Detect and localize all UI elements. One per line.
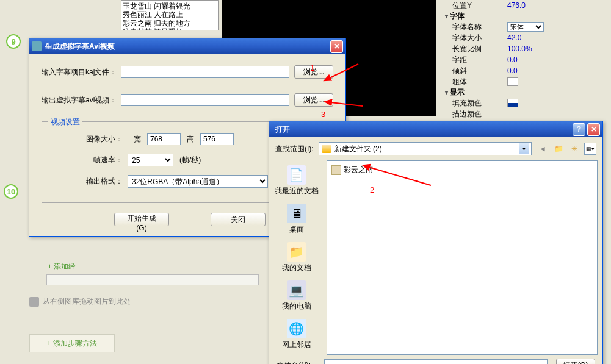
fps-select[interactable]: 25 <box>128 154 173 166</box>
fill-color[interactable] <box>507 99 518 107</box>
lookin-value: 新建文件夹 (2) <box>334 144 382 154</box>
ratio-val[interactable]: 100.0% <box>507 45 587 53</box>
up-folder-icon[interactable]: 📁 <box>552 143 565 155</box>
place-mydocs[interactable]: 📁我的文档 <box>269 241 324 274</box>
place-mycomputer[interactable]: 💻我的电脑 <box>269 279 324 313</box>
property-panel: 位置Y476.0 字体 字体名称宋体 字体大小42.0 长宽比例100.0% 字… <box>440 0 587 120</box>
output-file-field[interactable] <box>121 94 289 106</box>
display-header[interactable]: 显示 <box>440 87 587 98</box>
fps-label: 帧速率： <box>84 155 128 165</box>
posY-val[interactable]: 476.0 <box>507 1 587 10</box>
fill-label: 填充颜色 <box>452 98 507 109</box>
lookin-label: 查找范围(I): <box>275 144 314 154</box>
open-button[interactable]: 打开(O) <box>556 359 595 364</box>
tilt-label: 倾斜 <box>452 66 507 76</box>
imgsize-label: 图像大小： <box>84 134 128 145</box>
views-icon[interactable]: ▦▾ <box>584 143 596 155</box>
dlg1-title: 生成虚拟字幕Avi视频 <box>45 41 330 52</box>
tilt-val[interactable]: 0.0 <box>507 66 587 75</box>
posY-label: 位置Y <box>452 1 507 11</box>
back-icon[interactable]: ◄ <box>537 143 549 155</box>
step-10-badge: 10 <box>4 184 18 199</box>
add-step-button[interactable]: + 添加步骤方法 <box>29 334 115 352</box>
input-file-label: 输入字幕项目kaj文件： <box>42 67 121 77</box>
open-file-dialog: 打开 ? ✕ 查找范围(I): 新建文件夹 (2) ▼ ◄ 📁 ✳ ▦▾ 📄我最… <box>269 121 603 364</box>
help-icon[interactable]: ? <box>573 123 585 136</box>
places-bar: 📄我最近的文档 🖥桌面 📁我的文档 💻我的电脑 🌐网上邻居 <box>269 160 324 355</box>
video-settings-legend: 视频设置 <box>48 117 82 127</box>
height-label: 高 <box>181 134 200 145</box>
close-icon[interactable]: ✕ <box>330 40 343 53</box>
filename-label: 文件名(N): <box>277 360 324 365</box>
place-network[interactable]: 🌐网上邻居 <box>269 318 324 351</box>
spacing-val[interactable]: 0.0 <box>507 55 587 64</box>
font-header[interactable]: 字体 <box>440 11 587 21</box>
bold-checkbox[interactable] <box>507 77 518 86</box>
input-file-field[interactable] <box>121 66 289 78</box>
spacing-label: 字距 <box>452 55 507 65</box>
lookin-dropdown[interactable]: 新建文件夹 (2) ▼ <box>319 142 532 155</box>
close-button[interactable]: 关闭 <box>211 213 266 226</box>
place-recent[interactable]: 📄我最近的文档 <box>269 164 324 198</box>
generate-button[interactable]: 开始生成 (G) <box>114 213 169 226</box>
annot-1: 1 <box>310 63 314 73</box>
file-item[interactable]: 彩云之南 <box>330 163 595 176</box>
file-name: 彩云之南 <box>344 165 373 175</box>
step-9-badge: 9 <box>6 34 21 49</box>
height-input[interactable] <box>200 133 234 145</box>
width-label: 宽 <box>128 134 147 145</box>
lyric-line: 秀色丽江 人在路上 <box>123 10 217 19</box>
new-folder-icon[interactable]: ✳ <box>568 143 580 155</box>
file-list[interactable]: 彩云之南 2 <box>327 160 598 355</box>
browse-output-button[interactable]: 浏览... <box>294 93 333 107</box>
filename-input[interactable] <box>324 359 548 365</box>
app-icon <box>32 41 42 51</box>
dlg1-titlebar[interactable]: 生成虚拟字幕Avi视频 ✕ <box>29 38 345 54</box>
lyric-line: 玉龙雪山 闪耀着银光 <box>123 2 217 10</box>
fontsize-label: 字体大小 <box>452 33 507 43</box>
fps-unit: (帧/秒) <box>173 155 207 165</box>
width-input[interactable] <box>147 133 181 145</box>
annot-2: 2 <box>370 185 374 194</box>
format-label: 输出格式： <box>84 176 128 187</box>
misc-text[interactable]: + 添加经 <box>43 260 81 273</box>
place-desktop[interactable]: 🖥桌面 <box>269 202 324 236</box>
timeline-fragment: + 添加经 <box>43 260 262 285</box>
file-icon <box>331 165 341 175</box>
chevron-down-icon[interactable]: ▼ <box>519 143 529 154</box>
format-select[interactable]: 32位RGBA（带Alpha通道） <box>128 175 268 188</box>
folder-icon <box>322 145 331 153</box>
drag-hint: 从右侧图库拖动图片到此处 <box>29 296 131 307</box>
image-icon <box>29 297 39 307</box>
ratio-label: 长宽比例 <box>452 44 507 54</box>
dlg2-titlebar[interactable]: 打开 ? ✕ <box>269 121 602 137</box>
lyric-list: 玉龙雪山 闪耀着银光 秀色丽江 人在路上 彩云之南 归去的地方 往事芬芳 随风飘… <box>121 0 219 30</box>
fontname-label: 字体名称 <box>452 22 507 32</box>
annot-3: 3 <box>321 110 325 119</box>
output-file-label: 输出虚拟字幕avi视频： <box>42 95 121 105</box>
close-icon[interactable]: ✕ <box>587 123 600 136</box>
lyric-line: 往事芬芳 随风飘扬 <box>123 27 217 30</box>
dlg2-title: 打开 <box>272 124 573 135</box>
fontname-select[interactable]: 宋体 <box>507 22 544 32</box>
fontsize-val[interactable]: 42.0 <box>507 34 587 42</box>
ruler[interactable] <box>46 274 259 285</box>
drag-hint-text: 从右侧图库拖动图片到此处 <box>43 296 131 307</box>
outline-label: 描边颜色 <box>452 109 507 120</box>
lyric-line: 彩云之南 归去的地方 <box>123 19 217 27</box>
bold-label: 粗体 <box>452 77 507 87</box>
